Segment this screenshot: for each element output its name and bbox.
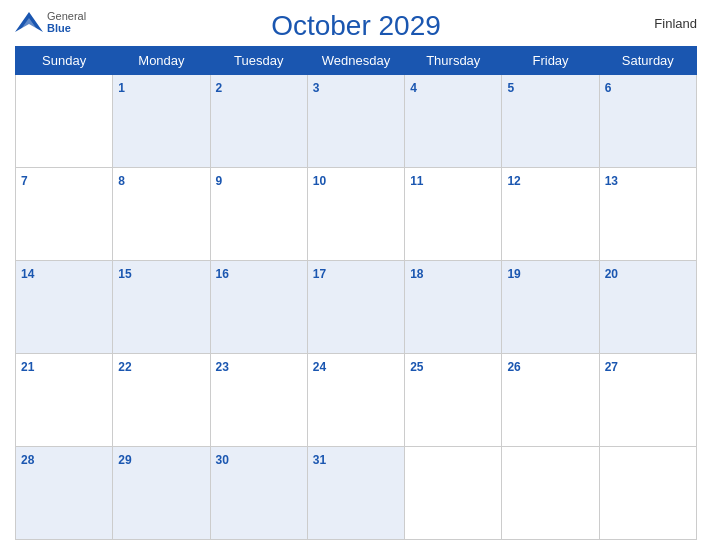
calendar-cell: 6 xyxy=(599,75,696,168)
calendar-cell: 18 xyxy=(405,261,502,354)
header-sunday: Sunday xyxy=(16,47,113,75)
day-number: 21 xyxy=(21,360,34,374)
calendar-cell: 11 xyxy=(405,168,502,261)
calendar-cell: 5 xyxy=(502,75,599,168)
calendar-cell: 13 xyxy=(599,168,696,261)
day-number: 15 xyxy=(118,267,131,281)
week-row-0: 123456 xyxy=(16,75,697,168)
calendar-cell: 20 xyxy=(599,261,696,354)
calendar-table: Sunday Monday Tuesday Wednesday Thursday… xyxy=(15,46,697,540)
day-number: 26 xyxy=(507,360,520,374)
header-tuesday: Tuesday xyxy=(210,47,307,75)
calendar-cell: 3 xyxy=(307,75,404,168)
calendar-cell xyxy=(599,447,696,540)
calendar-cell: 23 xyxy=(210,354,307,447)
day-number: 22 xyxy=(118,360,131,374)
calendar-cell: 28 xyxy=(16,447,113,540)
day-number: 1 xyxy=(118,81,125,95)
day-number: 14 xyxy=(21,267,34,281)
calendar-cell xyxy=(405,447,502,540)
day-number: 6 xyxy=(605,81,612,95)
calendar-cell xyxy=(16,75,113,168)
calendar-cell: 9 xyxy=(210,168,307,261)
calendar-cell: 12 xyxy=(502,168,599,261)
day-number: 4 xyxy=(410,81,417,95)
day-number: 24 xyxy=(313,360,326,374)
day-number: 28 xyxy=(21,453,34,467)
day-headers-row: Sunday Monday Tuesday Wednesday Thursday… xyxy=(16,47,697,75)
calendar-cell: 31 xyxy=(307,447,404,540)
day-number: 19 xyxy=(507,267,520,281)
country-label: Finland xyxy=(654,16,697,31)
calendar-cell: 8 xyxy=(113,168,210,261)
calendar-cell: 22 xyxy=(113,354,210,447)
header-wednesday: Wednesday xyxy=(307,47,404,75)
calendar-cell: 30 xyxy=(210,447,307,540)
calendar-cell: 2 xyxy=(210,75,307,168)
day-number: 12 xyxy=(507,174,520,188)
calendar-cell: 16 xyxy=(210,261,307,354)
calendar-cell: 15 xyxy=(113,261,210,354)
calendar-cell: 1 xyxy=(113,75,210,168)
calendar-cell: 25 xyxy=(405,354,502,447)
calendar-cell xyxy=(502,447,599,540)
calendar-cell: 10 xyxy=(307,168,404,261)
day-number: 31 xyxy=(313,453,326,467)
calendar-cell: 17 xyxy=(307,261,404,354)
day-number: 20 xyxy=(605,267,618,281)
day-number: 18 xyxy=(410,267,423,281)
calendar-cell: 19 xyxy=(502,261,599,354)
week-row-2: 14151617181920 xyxy=(16,261,697,354)
header-thursday: Thursday xyxy=(405,47,502,75)
day-number: 13 xyxy=(605,174,618,188)
day-number: 30 xyxy=(216,453,229,467)
calendar-cell: 21 xyxy=(16,354,113,447)
calendar-cell: 4 xyxy=(405,75,502,168)
calendar-cell: 7 xyxy=(16,168,113,261)
header-friday: Friday xyxy=(502,47,599,75)
day-number: 9 xyxy=(216,174,223,188)
logo-general-text: General xyxy=(47,10,86,22)
calendar-cell: 29 xyxy=(113,447,210,540)
calendar-cell: 27 xyxy=(599,354,696,447)
day-number: 29 xyxy=(118,453,131,467)
day-number: 2 xyxy=(216,81,223,95)
logo: General Blue xyxy=(15,10,86,34)
calendar-cell: 24 xyxy=(307,354,404,447)
calendar-title: October 2029 xyxy=(271,10,441,42)
day-number: 23 xyxy=(216,360,229,374)
week-row-1: 78910111213 xyxy=(16,168,697,261)
logo-icon xyxy=(15,12,43,32)
day-number: 27 xyxy=(605,360,618,374)
day-number: 16 xyxy=(216,267,229,281)
day-number: 25 xyxy=(410,360,423,374)
day-number: 3 xyxy=(313,81,320,95)
calendar-cell: 26 xyxy=(502,354,599,447)
day-number: 7 xyxy=(21,174,28,188)
calendar-cell: 14 xyxy=(16,261,113,354)
day-number: 17 xyxy=(313,267,326,281)
calendar-header: General Blue October 2029 Finland xyxy=(15,10,697,42)
header-monday: Monday xyxy=(113,47,210,75)
day-number: 11 xyxy=(410,174,423,188)
day-number: 8 xyxy=(118,174,125,188)
header-saturday: Saturday xyxy=(599,47,696,75)
week-row-4: 28293031 xyxy=(16,447,697,540)
day-number: 10 xyxy=(313,174,326,188)
day-number: 5 xyxy=(507,81,514,95)
logo-blue-text: Blue xyxy=(47,22,71,34)
week-row-3: 21222324252627 xyxy=(16,354,697,447)
